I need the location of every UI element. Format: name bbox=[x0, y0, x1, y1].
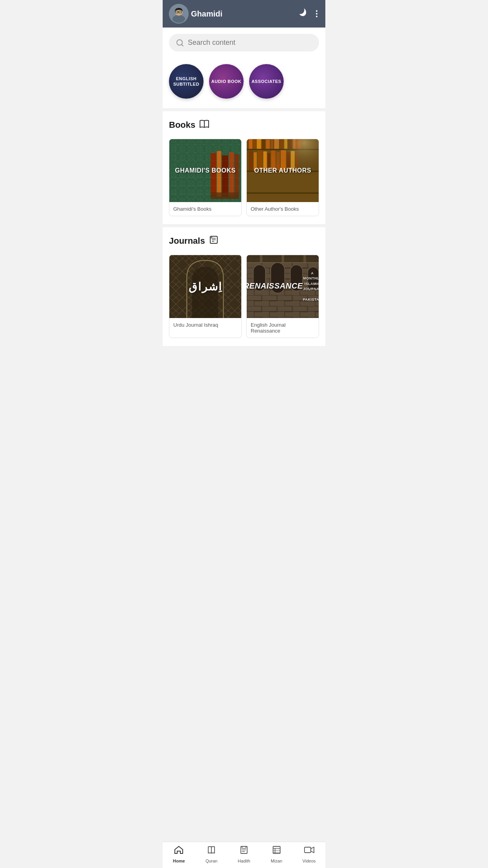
divider-2 bbox=[163, 224, 325, 227]
app-header: Ghamidi bbox=[163, 0, 325, 28]
more-options-icon[interactable] bbox=[314, 9, 319, 19]
card-image-renaissance: Renaissance A Monthly Islamic Journal Pa… bbox=[247, 255, 319, 318]
journals-section: Journals bbox=[163, 227, 325, 346]
card-ghamidi-books[interactable]: GHAMIDI'S BOOKS Ghamidi's Books bbox=[169, 139, 242, 216]
card-ishraq[interactable]: اِشراق Urdu Journal Ishraq bbox=[169, 255, 242, 338]
search-container bbox=[163, 28, 325, 58]
card-image-other-authors: OTHER AUTHORS bbox=[247, 139, 319, 202]
search-icon bbox=[176, 39, 184, 47]
card-other-authors[interactable]: OTHER AUTHORS Other Author's Books bbox=[246, 139, 319, 216]
header-actions bbox=[298, 7, 319, 20]
books-section: Books bbox=[163, 111, 325, 224]
svg-point-1 bbox=[172, 15, 185, 23]
card-renaissance[interactable]: Renaissance A Monthly Islamic Journal Pa… bbox=[246, 255, 319, 338]
category-label: AUDIO BOOK bbox=[211, 79, 242, 84]
renaissance-caption: English Journal Renaissance bbox=[247, 318, 319, 338]
other-authors-caption: Other Author's Books bbox=[247, 202, 319, 216]
journals-grid: اِشراق Urdu Journal Ishraq bbox=[169, 255, 319, 338]
search-input[interactable] bbox=[188, 39, 312, 47]
dark-mode-icon[interactable] bbox=[298, 7, 308, 20]
renaissance-overlay-label: Renaissance A Monthly Islamic Journal Pa… bbox=[247, 255, 319, 318]
books-grid: GHAMIDI'S BOOKS Ghamidi's Books bbox=[169, 139, 319, 216]
books-section-header: Books bbox=[169, 119, 319, 131]
search-bar[interactable] bbox=[169, 34, 319, 51]
avatar-image bbox=[169, 4, 189, 24]
ishraq-caption: Urdu Journal Ishraq bbox=[169, 318, 241, 332]
category-associates[interactable]: ASSOCIATES bbox=[249, 64, 284, 99]
journals-icon bbox=[209, 235, 218, 247]
books-icon bbox=[199, 119, 209, 131]
category-label: ASSOCIATES bbox=[251, 79, 281, 84]
category-audio-book[interactable]: AUDIO BOOK bbox=[209, 64, 244, 99]
ghamidi-books-caption: Ghamidi's Books bbox=[169, 202, 241, 216]
journals-section-header: Journals bbox=[169, 235, 319, 247]
category-label: ENGLISHSUBTITLED bbox=[173, 76, 199, 87]
ishraq-overlay-label: اِشراق bbox=[169, 255, 241, 318]
books-title: Books bbox=[169, 120, 195, 130]
categories-row: ENGLISHSUBTITLED AUDIO BOOK ASSOCIATES bbox=[169, 64, 319, 99]
avatar bbox=[169, 4, 189, 24]
category-english-subtitled[interactable]: ENGLISHSUBTITLED bbox=[169, 64, 204, 99]
ghamidi-books-overlay-label: GHAMIDI'S BOOKS bbox=[169, 139, 241, 202]
svg-line-7 bbox=[182, 44, 183, 46]
brand-name: Ghamidi bbox=[191, 9, 222, 18]
brand-logo[interactable]: Ghamidi bbox=[169, 4, 222, 24]
other-authors-overlay-label: OTHER AUTHORS bbox=[247, 139, 319, 202]
card-image-ishraq: اِشراق bbox=[169, 255, 241, 318]
journals-title: Journals bbox=[169, 236, 205, 246]
divider-1 bbox=[163, 108, 325, 111]
categories-section: ENGLISHSUBTITLED AUDIO BOOK ASSOCIATES bbox=[163, 58, 325, 108]
card-image-ghamidi: GHAMIDI'S BOOKS bbox=[169, 139, 241, 202]
